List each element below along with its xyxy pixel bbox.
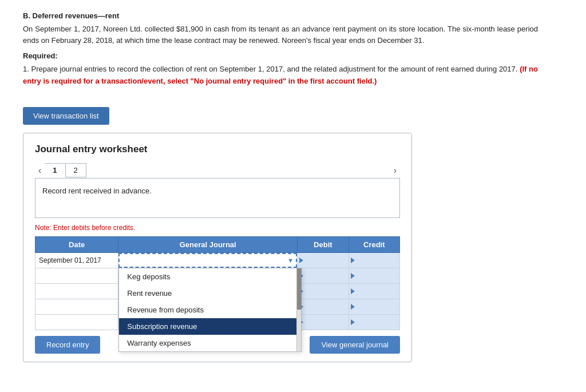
dropdown-item-keg[interactable]: Keg deposits [119, 268, 301, 285]
dropdown-item-rent[interactable]: Rent revenue [119, 285, 301, 302]
date-cell-4 [35, 299, 118, 314]
note-text: Note: Enter debits before credits. [35, 224, 400, 232]
required-body: 1. Prepare journal entries to record the… [23, 64, 538, 88]
credit-cell-2[interactable] [349, 268, 399, 283]
dropdown-item-warranty[interactable]: Warranty expenses [119, 335, 301, 351]
dropdown-item-revenue-deposits[interactable]: Revenue from deposits [119, 302, 301, 318]
view-general-journal-button[interactable]: View general journal [310, 336, 400, 354]
dropdown-arrow-icon: ▼ [287, 257, 296, 264]
debit-cell-3[interactable] [298, 283, 349, 299]
problem-title: B. Deferred revenues—rent [23, 11, 538, 20]
worksheet-container: Journal entry worksheet ‹ 1 2 › Record r… [23, 133, 412, 362]
required-text-1: 1. Prepare journal entries to record the… [23, 65, 517, 73]
debit-cell-2[interactable] [298, 268, 349, 283]
debit-cell-1[interactable] [298, 252, 349, 268]
date-cell-5 [35, 314, 118, 330]
tab-prev-button[interactable]: ‹ [35, 164, 45, 177]
debit-arrow-icon [299, 258, 303, 263]
credit-arrow-icon-5 [351, 319, 355, 325]
table-row: September 01, 2017 ▼ Keg deposits Rent r… [35, 252, 400, 268]
journal-cell-1[interactable]: ▼ Keg deposits Rent revenue Revenue from… [118, 252, 298, 268]
dropdown-menu: Keg deposits Rent revenue Revenue from d… [118, 268, 302, 352]
credit-cell-1[interactable] [349, 252, 399, 268]
tab-1[interactable]: 1 [45, 163, 65, 178]
tab-navigation: ‹ 1 2 › [35, 163, 400, 178]
header-debit: Debit [298, 236, 349, 252]
date-cell-3 [35, 283, 118, 299]
record-entry-button[interactable]: Record entry [35, 336, 100, 354]
debit-cell-5[interactable] [298, 314, 349, 330]
credit-cell-3[interactable] [349, 283, 399, 299]
header-journal: General Journal [118, 236, 298, 252]
debit-cell-4[interactable] [298, 299, 349, 314]
dropdown-scrollbar-thumb [297, 268, 302, 310]
worksheet-title: Journal entry worksheet [35, 144, 400, 155]
header-credit: Credit [349, 236, 399, 252]
dropdown-item-subscription[interactable]: Subscription revenue [119, 318, 301, 335]
dropdown-scrollbar [296, 268, 301, 351]
credit-arrow-icon-3 [351, 288, 355, 294]
tab-next-button[interactable]: › [390, 164, 400, 177]
date-cell-1: September 01, 2017 [35, 252, 118, 268]
view-transaction-button[interactable]: View transaction list [23, 107, 109, 125]
problem-body: On September 1, 2017, Noreen Ltd. collec… [23, 23, 538, 46]
date-cell-2 [35, 268, 118, 283]
journal-table: Date General Journal Debit Credit Septem… [35, 236, 400, 330]
credit-arrow-icon [351, 258, 355, 263]
header-date: Date [35, 236, 118, 252]
credit-arrow-icon-2 [351, 273, 355, 279]
credit-cell-4[interactable] [349, 299, 399, 314]
credit-cell-5[interactable] [349, 314, 399, 330]
credit-arrow-icon-4 [351, 304, 355, 310]
required-label: Required: [23, 52, 538, 60]
tab-2[interactable]: 2 [66, 163, 86, 177]
entry-description: Record rent received in advance. [35, 178, 400, 218]
